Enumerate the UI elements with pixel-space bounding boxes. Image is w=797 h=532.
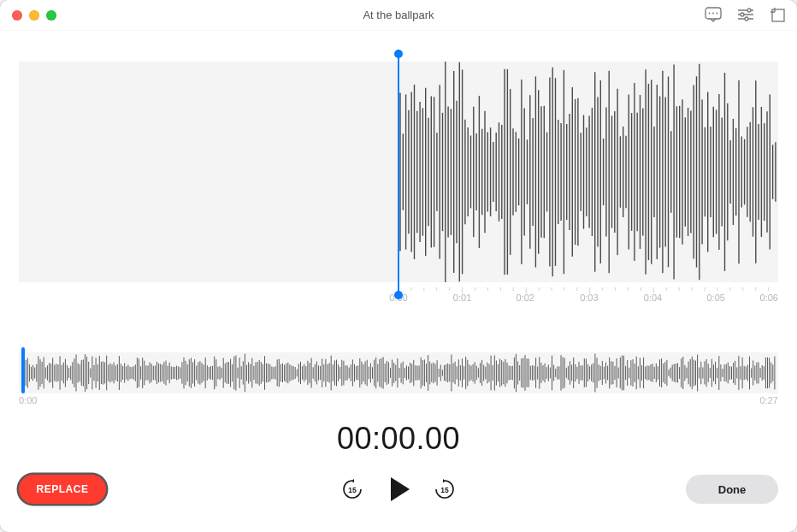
controls-bar: REPLACE 15 15 Done — [19, 470, 778, 508]
window-controls — [12, 10, 56, 21]
skip-back-15-button[interactable]: 15 — [341, 478, 363, 500]
overview-waveform — [19, 352, 778, 393]
ruler-label: 0:06 — [760, 293, 778, 303]
svg-point-5 — [747, 9, 751, 12]
svg-point-3 — [717, 13, 718, 15]
playhead-line — [398, 55, 399, 299]
svg-point-9 — [745, 17, 748, 21]
playback-settings-icon[interactable] — [737, 8, 754, 21]
transcribe-icon[interactable] — [705, 7, 722, 22]
svg-point-7 — [741, 13, 744, 16]
replace-button-label: REPLACE — [37, 483, 89, 495]
overview-end-time: 0:27 — [760, 395, 778, 405]
overview-start-time: 0:00 — [19, 395, 37, 405]
playhead-handle-bottom[interactable] — [394, 291, 403, 299]
play-button[interactable] — [387, 477, 410, 501]
svg-rect-10 — [772, 9, 784, 21]
replace-button[interactable]: REPLACE — [19, 475, 106, 504]
titlebar: At the ballpark — [0, 0, 797, 31]
ruler-label: 0:03 — [580, 293, 598, 303]
fullscreen-window-button[interactable] — [46, 10, 56, 21]
ruler-label: 0:05 — [706, 293, 724, 303]
minimize-window-button[interactable] — [29, 10, 39, 21]
trim-icon[interactable] — [770, 7, 785, 22]
toolbar-right — [705, 7, 785, 22]
svg-point-1 — [709, 13, 711, 15]
svg-text:15: 15 — [440, 486, 449, 494]
done-button-label: Done — [718, 483, 747, 496]
overview-cursor[interactable] — [21, 347, 25, 393]
window-title: At the ballpark — [363, 9, 434, 21]
current-time-display: 00:00.00 — [19, 421, 778, 457]
content-area: 0:000:010:020:030:040:050:06 0:00 0:27 0… — [0, 50, 797, 457]
svg-text:15: 15 — [348, 486, 357, 494]
play-icon — [391, 477, 410, 501]
skip-forward-15-button[interactable]: 15 — [434, 478, 456, 500]
done-button[interactable]: Done — [686, 475, 778, 504]
svg-point-2 — [712, 13, 714, 15]
ruler-label: 0:01 — [453, 293, 471, 303]
voice-memo-editor-window: At the ballpark — [0, 0, 797, 532]
playback-controls: 15 15 — [341, 477, 456, 501]
close-window-button[interactable] — [12, 10, 22, 21]
ruler-label: 0:04 — [644, 293, 662, 303]
main-waveform-area[interactable]: 0:000:010:020:030:040:050:06 — [19, 50, 778, 299]
overview-waveform-area[interactable]: 0:00 0:27 — [19, 352, 778, 402]
ruler-label: 0:02 — [517, 293, 534, 303]
